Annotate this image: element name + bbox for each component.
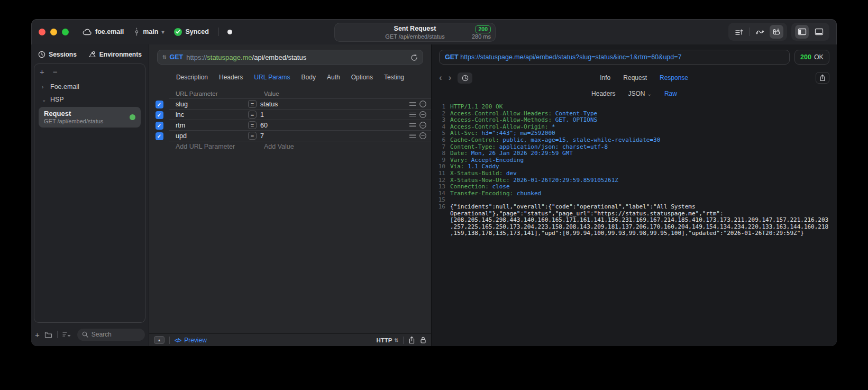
zoom-window-button[interactable] — [62, 29, 69, 35]
tab-sessions[interactable]: Sessions — [38, 51, 77, 58]
preview-button[interactable]: </> Preview — [175, 337, 207, 344]
sidebar-search[interactable] — [77, 329, 145, 341]
param-enabled-checkbox[interactable]: ✓ — [156, 111, 163, 119]
close-window-button[interactable] — [39, 29, 45, 35]
footer-divider — [169, 337, 170, 344]
request-url-bar[interactable]: ⇅ GET https://statuspage.me/api/embed/st… — [157, 50, 423, 65]
history-button[interactable] — [458, 72, 472, 84]
tab-url-params[interactable]: URL Params — [254, 74, 290, 81]
json-format-chevron-icon: ⌄ — [647, 91, 651, 97]
export-response-button[interactable] — [816, 72, 829, 84]
resend-request-button[interactable] — [770, 25, 783, 39]
param-enabled-checkbox[interactable]: ✓ — [156, 122, 163, 130]
group-label: HSP — [50, 96, 64, 103]
export-list-button[interactable] — [732, 25, 746, 39]
sync-branches-button[interactable] — [753, 25, 766, 39]
tree-group-hsp[interactable]: ⌄ HSP — [36, 93, 143, 106]
tree-group-foe-email[interactable]: › Foe.email — [36, 80, 143, 93]
remove-row-icon[interactable] — [419, 111, 427, 119]
line-number: 11 — [432, 170, 445, 177]
new-request-button[interactable]: + — [35, 330, 40, 339]
tab-options[interactable]: Options — [351, 74, 373, 81]
row-reorder-handle-icon[interactable] — [409, 134, 416, 138]
column-header-value: Value — [264, 90, 279, 97]
sent-url: https://statuspage.me/api/embed/status?s… — [460, 53, 681, 61]
row-reorder-handle-icon[interactable] — [409, 102, 416, 106]
param-name[interactable]: upd — [169, 132, 248, 140]
param-name[interactable]: rtm — [169, 122, 248, 129]
param-value[interactable]: 60 — [260, 122, 268, 129]
param-enabled-checkbox[interactable]: ✓ — [156, 101, 163, 108]
tab-body[interactable]: Body — [301, 74, 316, 81]
lock-icon[interactable] — [420, 336, 426, 344]
sort-filter-button[interactable] — [62, 331, 71, 338]
remove-row-icon[interactable] — [419, 132, 427, 140]
request-list-item-selected[interactable]: Request GET /api/embed/status — [39, 107, 141, 128]
line-number: 13 — [432, 184, 445, 191]
add-param-value-placeholder[interactable]: Add Value — [264, 143, 294, 150]
line-number: 16 — [432, 204, 445, 237]
branch-icon — [134, 28, 140, 36]
tab-request[interactable]: Request — [623, 74, 647, 81]
subtab-json[interactable]: JSON⌄ — [628, 90, 651, 97]
project-name: foe.email — [95, 28, 124, 35]
history-back-button[interactable]: ‹ — [439, 72, 442, 83]
response-body[interactable]: 1HTTP/1.1 200 OK2Access-Control-Allow-He… — [432, 104, 837, 346]
tab-info[interactable]: Info — [600, 74, 610, 81]
param-row-upd: ✓upd=7 — [149, 131, 431, 141]
toggle-bottom-panel-button[interactable] — [812, 25, 826, 39]
request-summary-pill[interactable]: Sent Request GET /api/embed/status 200 2… — [334, 23, 496, 42]
remove-row-icon[interactable] — [419, 121, 427, 129]
add-param-row[interactable]: Add URL Parameter Add Value — [149, 141, 431, 152]
sessions-panel: + − › Foe.email ⌄ HSP — [34, 64, 145, 323]
row-reorder-handle-icon[interactable] — [409, 113, 416, 116]
protocol-dropdown-icon: ⇅ — [394, 338, 398, 343]
tab-headers[interactable]: Headers — [219, 74, 243, 81]
param-value[interactable]: 1 — [260, 111, 264, 119]
project-selector[interactable]: foe.email — [83, 28, 124, 35]
tab-response[interactable]: Response — [660, 74, 688, 81]
reload-icon[interactable] — [410, 53, 418, 61]
remove-session-button[interactable]: − — [53, 67, 58, 76]
row-reorder-handle-icon[interactable] — [409, 123, 416, 127]
param-name[interactable]: inc — [169, 111, 248, 119]
response-line: 16{"incidents":null,"overall":{"code":"o… — [432, 204, 837, 237]
collapse-panel-button[interactable]: ▲ — [154, 336, 165, 344]
tab-auth[interactable]: Auth — [327, 74, 340, 81]
search-input[interactable] — [92, 331, 140, 338]
share-button[interactable] — [408, 336, 415, 344]
branch-selector[interactable]: main ▾ — [134, 28, 164, 36]
tab-environments[interactable]: Environments — [88, 51, 142, 58]
chevron-down-icon: ▾ — [161, 29, 164, 35]
code-icon: </> — [175, 337, 181, 343]
new-folder-button[interactable] — [44, 331, 52, 338]
param-value[interactable]: status — [260, 101, 278, 108]
param-value[interactable]: 7 — [260, 132, 264, 140]
request-editor: ⇅ GET https://statuspage.me/api/embed/st… — [149, 44, 431, 346]
remove-row-icon[interactable] — [419, 100, 427, 108]
branch-name: main — [143, 28, 158, 35]
subtab-raw[interactable]: Raw — [664, 90, 677, 97]
toggle-sidebar-button[interactable] — [795, 25, 809, 39]
tab-testing[interactable]: Testing — [384, 74, 404, 81]
minimize-window-button[interactable] — [50, 29, 57, 35]
request-method[interactable]: GET — [170, 53, 184, 61]
add-param-name-placeholder[interactable]: Add URL Parameter — [169, 143, 248, 150]
sync-status[interactable]: Synced — [174, 28, 208, 36]
equals-badge-icon: = — [248, 100, 257, 108]
protocol-selector[interactable]: HTTP ⇅ — [376, 337, 398, 343]
tab-description[interactable]: Description — [176, 74, 208, 81]
titlebar-divider — [218, 28, 218, 36]
param-enabled-checkbox[interactable]: ✓ — [156, 132, 163, 140]
request-url-input[interactable]: https://statuspage.me/api/embed/status — [186, 53, 407, 61]
history-forward-button[interactable]: › — [449, 72, 452, 83]
param-row-rtm: ✓rtm=60 — [149, 120, 431, 131]
status-text: OK — [814, 53, 824, 61]
summary-status-badge: 200 — [475, 25, 491, 33]
subtab-headers[interactable]: Headers — [591, 90, 615, 97]
param-name[interactable]: slug — [169, 101, 248, 108]
line-number: 3 — [432, 117, 445, 124]
sidebar-footer: + — [35, 327, 145, 342]
add-session-button[interactable]: + — [40, 67, 44, 76]
sent-request-url-box[interactable]: GET https://statuspage.me/api/embed/stat… — [439, 50, 790, 65]
